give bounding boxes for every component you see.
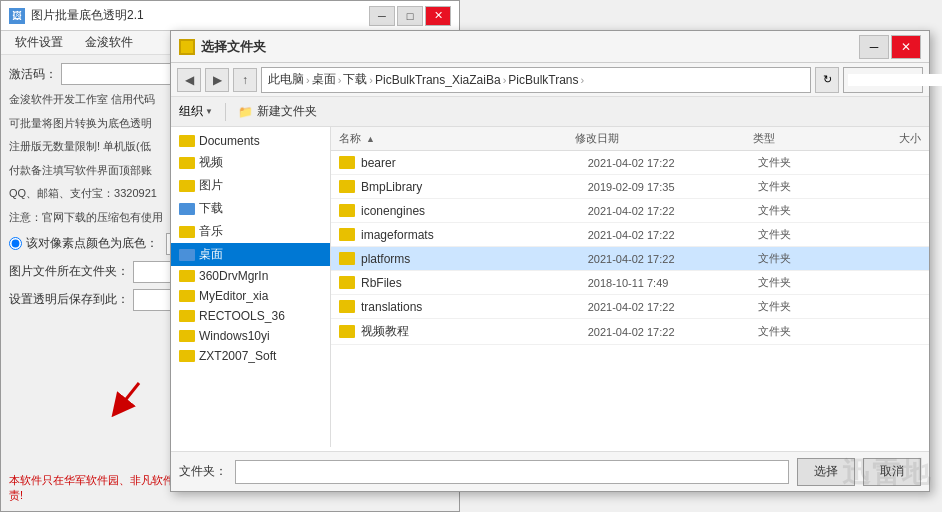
color-radio[interactable] [9,237,22,250]
file-row-iconengines[interactable]: iconengines 2021-04-02 17:22 文件夹 [331,199,929,223]
source-folder-label: 图片文件所在文件夹： [9,263,129,280]
organize-label: 组织 [179,103,203,120]
forward-button[interactable]: ▶ [205,68,229,92]
annotation-arrow [109,378,149,421]
file-name: iconengines [361,204,588,218]
file-row-bearer[interactable]: bearer 2021-04-02 17:22 文件夹 [331,151,929,175]
file-row-video-tutorial[interactable]: 视频教程 2021-04-02 17:22 文件夹 [331,319,929,345]
breadcrumb-pc[interactable]: 此电脑 › [268,71,310,88]
file-type: 文件夹 [758,324,871,339]
file-type: 文件夹 [758,155,871,170]
new-folder-icon: 📁 [238,105,253,119]
tree-panel: Documents 视频 图片 下载 音乐 桌面 [171,127,331,447]
folder-path-input[interactable] [235,460,789,484]
file-date: 2021-04-02 17:22 [588,229,758,241]
file-row-imageformats[interactable]: imageformats 2021-04-02 17:22 文件夹 [331,223,929,247]
search-input[interactable] [848,74,942,86]
activation-label: 激活码： [9,66,57,83]
file-name: platforms [361,252,588,266]
file-row-translations[interactable]: translations 2021-04-02 17:22 文件夹 [331,295,929,319]
dialog-title-icon [179,39,195,55]
dialog-minimize-button[interactable]: ─ [859,35,889,59]
folder-icon [179,135,195,147]
up-button[interactable]: ↑ [233,68,257,92]
header-type[interactable]: 类型 [753,131,871,146]
file-row-bmplibrary[interactable]: BmpLibrary 2019-02-09 17:35 文件夹 [331,175,929,199]
file-folder-icon [339,180,355,193]
folder-icon [179,310,195,322]
tree-item-pictures[interactable]: 图片 [171,174,330,197]
folder-bottom-label: 文件夹： [179,463,227,480]
file-date: 2021-04-02 17:22 [588,253,758,265]
dialog-title: 选择文件夹 [201,38,266,56]
file-folder-icon [339,204,355,217]
back-button[interactable]: ◀ [177,68,201,92]
organize-dropdown[interactable]: 组织 ▼ [179,103,213,120]
sort-icon: ▲ [366,134,375,144]
maximize-button[interactable]: □ [397,6,423,26]
dialog-close-button[interactable]: ✕ [891,35,921,59]
folder-selected-icon [179,249,195,261]
breadcrumb-download[interactable]: 下载 › [343,71,373,88]
header-name[interactable]: 名称 ▲ [339,131,575,146]
breadcrumb-picbulktrans[interactable]: PicBulkTrans › [508,73,584,87]
tree-item-music[interactable]: 音乐 [171,220,330,243]
file-name: imageformats [361,228,588,242]
folder-icon [179,290,195,302]
folder-icon [179,330,195,342]
tree-item-zxt2007[interactable]: ZXT2007_Soft [171,346,330,366]
header-date[interactable]: 修改日期 [575,131,752,146]
file-row-rbfiles[interactable]: RbFiles 2018-10-11 7:49 文件夹 [331,271,929,295]
dialog-toolbar: 组织 ▼ 📁 新建文件夹 [171,97,929,127]
app-title: 图片批量底色透明2.1 [31,7,144,24]
file-name: 视频教程 [361,323,588,340]
tree-item-rectools[interactable]: RECTOOLS_36 [171,306,330,326]
organize-chevron-icon: ▼ [205,107,213,116]
breadcrumb-desktop[interactable]: 桌面 › [312,71,342,88]
file-date: 2021-04-02 17:22 [588,301,758,313]
file-name: translations [361,300,588,314]
file-name: bearer [361,156,588,170]
app-icon: 🖼 [9,8,25,24]
tree-item-myeditor[interactable]: MyEditor_xia [171,286,330,306]
watermark: 迅雷地 [842,454,932,492]
address-bar: ◀ ▶ ↑ 此电脑 › 桌面 › 下载 › PicBulkTrans_XiaZa… [171,63,929,97]
dialog-body: Documents 视频 图片 下载 音乐 桌面 [171,127,929,447]
folder-icon [179,350,195,362]
app-titlebar: 🖼 图片批量底色透明2.1 ─ □ ✕ [1,1,459,31]
breadcrumb-picbulktrans-xia[interactable]: PicBulkTrans_XiaZaiBa › [375,73,506,87]
new-folder-button[interactable]: 📁 新建文件夹 [238,103,317,120]
titlebar-controls: ─ □ ✕ [369,6,451,26]
menu-software[interactable]: 金浚软件 [75,32,143,53]
file-type: 文件夹 [758,227,871,242]
folder-blue-icon [179,203,195,215]
close-button[interactable]: ✕ [425,6,451,26]
dialog-window: 选择文件夹 ─ ✕ ◀ ▶ ↑ 此电脑 › 桌面 › 下载 › PicBulkT [170,30,930,492]
tree-item-windows10[interactable]: Windows10yi [171,326,330,346]
tree-item-downloads[interactable]: 下载 [171,197,330,220]
file-table-header: 名称 ▲ 修改日期 类型 大小 [331,127,929,151]
file-date: 2021-04-02 17:22 [588,326,758,338]
minimize-button[interactable]: ─ [369,6,395,26]
header-size[interactable]: 大小 [871,131,921,146]
tree-item-documents[interactable]: Documents [171,131,330,151]
refresh-button[interactable]: ↻ [815,67,839,93]
folder-icon [179,270,195,282]
file-date: 2018-10-11 7:49 [588,277,758,289]
folder-icon [179,180,195,192]
tree-item-videos[interactable]: 视频 [171,151,330,174]
file-folder-icon [339,228,355,241]
file-row-platforms[interactable]: platforms 2021-04-02 17:22 文件夹 [331,247,929,271]
tree-item-360[interactable]: 360DrvMgrIn [171,266,330,286]
folder-icon [179,157,195,169]
tree-item-desktop[interactable]: 桌面 [171,243,330,266]
folder-icon [179,226,195,238]
menu-settings[interactable]: 软件设置 [5,32,73,53]
file-type: 文件夹 [758,203,871,218]
file-date: 2021-04-02 17:22 [588,157,758,169]
file-type: 文件夹 [758,251,871,266]
file-name: BmpLibrary [361,180,588,194]
file-type: 文件夹 [758,179,871,194]
breadcrumb-bar: 此电脑 › 桌面 › 下载 › PicBulkTrans_XiaZaiBa › … [261,67,811,93]
file-date: 2021-04-02 17:22 [588,205,758,217]
